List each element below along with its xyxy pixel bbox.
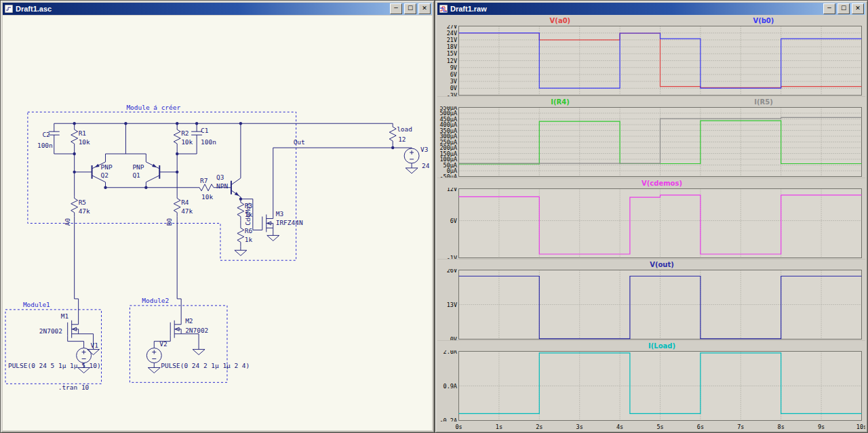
wires: [49, 123, 412, 367]
wave-pane[interactable]: I(Load)2.0A0.9A-0.2A: [437, 340, 865, 421]
resistor-load[interactable]: [389, 125, 396, 145]
wave-pane[interactable]: I(R4)I(R5)550µA500µA450µA400µA350µA300µA…: [437, 96, 865, 178]
label-load: load: [397, 125, 412, 133]
pane-header: V(a0)V(b0): [437, 16, 865, 25]
directive-pulse2: PULSE(0 24 2 1µ 1µ 2 4): [161, 362, 250, 369]
trace-label[interactable]: I(Load): [648, 342, 675, 350]
label-V1: V1: [91, 342, 99, 349]
svg-text:21V: 21V: [447, 37, 457, 43]
plot-area[interactable]: 550µA500µA450µA400µA350µA300µA250µA200µA…: [437, 106, 865, 178]
net-label-A0: A0: [64, 218, 71, 226]
schematic-area[interactable]: Module á créer C2 100n R1 10k R2 10k C1 …: [3, 16, 432, 430]
label-R1: R1: [79, 129, 87, 137]
minimize-button[interactable]: ─: [823, 3, 835, 14]
svg-text:15V: 15V: [447, 50, 457, 57]
plot-area[interactable]: 2.0A0.9A-0.2A: [437, 350, 865, 421]
plot-area[interactable]: 26V13V0V: [437, 269, 865, 340]
vsource-V2[interactable]: [146, 348, 161, 363]
svg-text:27V: 27V: [447, 25, 457, 30]
svg-text:-50µA: -50µA: [439, 173, 457, 178]
maximize-button[interactable]: ☐: [837, 3, 850, 14]
q1-emitter-arrow: [152, 164, 157, 167]
plot-area[interactable]: 27V24V21V18V15V12V9V6V3V0V-3V: [437, 25, 865, 96]
label-M3: M3: [276, 210, 283, 218]
svg-text:10s: 10s: [856, 424, 865, 430]
svg-text:9s: 9s: [818, 424, 825, 430]
vsource-V3[interactable]: [404, 148, 419, 163]
module1-box: [5, 310, 102, 384]
schematic-window: Draft1.asc ─ ☐ ✕: [0, 0, 435, 433]
resistor-R7[interactable]: [197, 184, 218, 191]
label-M3-value: IRFZ44N: [276, 219, 303, 226]
maximize-button[interactable]: ☐: [404, 3, 416, 14]
waveform-area[interactable]: V(a0)V(b0)27V24V21V18V15V12V9V6V3V0V-3VI…: [437, 16, 865, 430]
module2-label: Module2: [142, 297, 169, 304]
label-R7: R7: [200, 177, 208, 184]
q2-emitter-arrow: [95, 164, 100, 167]
ground-icon: [193, 350, 205, 355]
label-R6-value: 1k: [245, 236, 253, 243]
pane-header: I(Load): [437, 341, 865, 350]
svg-text:-3V: -3V: [447, 92, 457, 97]
net-label-Out: Out: [294, 138, 305, 146]
trace-label[interactable]: V(out): [650, 261, 674, 268]
label-R1-value: 10k: [79, 138, 90, 146]
svg-text:4s: 4s: [616, 424, 623, 430]
label-C2: C2: [42, 131, 50, 138]
label-R5-value: 47k: [79, 207, 90, 215]
plot-area[interactable]: 12V6V-1V: [437, 188, 865, 259]
schematic-canvas[interactable]: Module á créer C2 100n R1 10k R2 10k C1 …: [3, 16, 432, 430]
wave-pane[interactable]: V(a0)V(b0)27V24V21V18V15V12V9V6V3V0V-3V: [437, 16, 865, 96]
wave-pane[interactable]: V(cdemos)12V6V-1V: [437, 178, 865, 259]
schematic-titlebar[interactable]: Draft1.asc ─ ☐ ✕: [3, 3, 432, 15]
minimize-button[interactable]: ─: [390, 3, 402, 14]
label-load-value: 12: [398, 136, 406, 143]
mosfet-M2[interactable]: [170, 321, 181, 338]
label-M1: M1: [61, 312, 69, 320]
close-button[interactable]: ✕: [418, 3, 431, 14]
svg-text:6V: 6V: [450, 218, 457, 224]
svg-text:7s: 7s: [737, 424, 744, 430]
resistor-R5[interactable]: [71, 197, 78, 217]
label-R5: R5: [79, 199, 86, 206]
trace-label[interactable]: I(R4): [551, 98, 570, 106]
svg-text:6V: 6V: [450, 71, 457, 78]
svg-text:3V: 3V: [450, 78, 457, 85]
svg-text:9V: 9V: [450, 64, 457, 71]
vsource-V1[interactable]: [77, 348, 92, 363]
module1-label: Module1: [23, 301, 50, 308]
resistor-R6[interactable]: [237, 226, 244, 246]
mosfet-M1[interactable]: [68, 321, 79, 338]
resistor-R1[interactable]: [71, 127, 78, 148]
svg-text:0V: 0V: [450, 85, 457, 91]
svg-text:0.9A: 0.9A: [443, 383, 457, 390]
resistor-R2[interactable]: [174, 127, 180, 148]
trace-label[interactable]: I(R5): [754, 98, 773, 106]
label-M2: M2: [185, 317, 193, 325]
svg-text:8s: 8s: [778, 424, 785, 430]
close-button[interactable]: ✕: [852, 3, 864, 14]
trace-label[interactable]: V(a0): [550, 17, 571, 24]
module2-box: [130, 306, 227, 382]
ground-icon: [235, 250, 247, 255]
svg-text:12V: 12V: [447, 58, 457, 64]
trace-label[interactable]: V(b0): [753, 17, 774, 24]
svg-text:2s: 2s: [536, 424, 542, 430]
svg-text:13V: 13V: [447, 302, 457, 308]
trace-label[interactable]: V(cdemos): [642, 180, 682, 187]
svg-text:26V: 26V: [447, 269, 457, 274]
schematic-app-icon: [4, 4, 14, 14]
q3-emitter-arrow: [235, 192, 239, 196]
svg-text:3s: 3s: [576, 424, 583, 430]
waveform-titlebar[interactable]: Draft1.raw ─ ☐ ✕: [437, 3, 865, 15]
net-label-B0: B0: [165, 218, 173, 226]
svg-text:6s: 6s: [697, 424, 704, 430]
wave-pane[interactable]: V(out)26V13V0V: [437, 259, 865, 340]
label-Q1-type: PNP: [132, 163, 144, 171]
label-R2-value: 10k: [181, 138, 193, 146]
module-main-box: [28, 112, 296, 260]
resistor-R4[interactable]: [174, 197, 180, 217]
resistor-R3[interactable]: [237, 201, 244, 221]
mosfet-M3[interactable]: [262, 215, 273, 232]
junction-dots: [73, 122, 394, 201]
